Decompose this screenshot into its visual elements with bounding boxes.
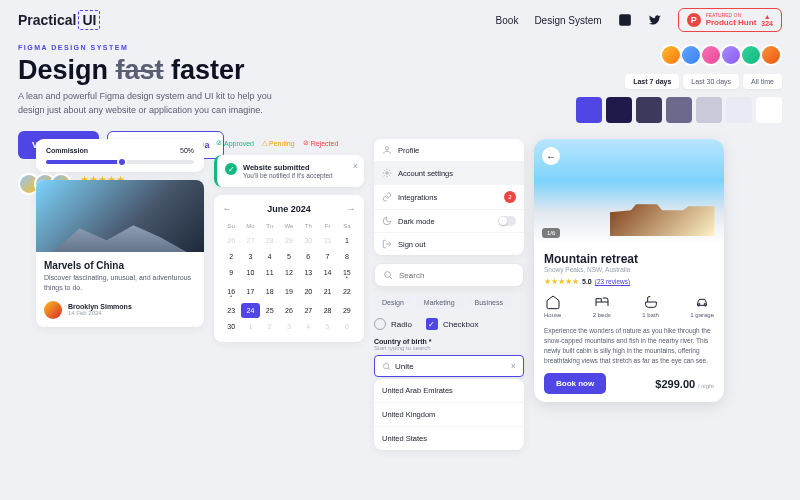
svg-point-5 [384,363,389,368]
reviews-link[interactable]: (23 reviews) [595,278,630,285]
cal-day[interactable]: 10 [241,265,259,283]
cal-day[interactable]: 20 [299,284,317,302]
listing-location: Snowy Peaks, NSW, Australia [544,266,714,273]
cal-day[interactable]: 12 [280,265,298,283]
amenity-bath: 1 bath [642,294,659,318]
tag-design[interactable]: Design [374,295,412,310]
page-title: Design fast faster [18,55,328,86]
country-dropdown: United Arab Emirates United Kingdom Unit… [374,379,524,450]
checkbox[interactable]: ✓ [426,318,438,330]
cal-prev[interactable]: ← [222,203,232,214]
cal-day[interactable]: 8 [338,249,356,264]
country-hint: Start typing to search [374,345,524,351]
toggle[interactable] [498,216,516,226]
menu-profile[interactable]: Profile [374,139,524,162]
swatch[interactable] [576,97,602,123]
tag-marketing[interactable]: Marketing [416,295,463,310]
svg-rect-0 [619,14,631,26]
link-icon [382,192,392,202]
close-icon[interactable]: × [353,161,358,171]
cal-day[interactable]: 1 [338,233,356,248]
tab-alltime[interactable]: All time [743,74,782,89]
amenity-bed: 2 beds [593,294,611,318]
menu-dark[interactable]: Dark mode [374,210,524,233]
avatar-row [346,44,782,66]
cal-day[interactable]: 14 [318,265,336,283]
star-icon: ★★★★★ [544,277,579,286]
image-counter: 1/6 [542,228,560,238]
cal-day[interactable]: 27 [299,303,317,318]
cal-day[interactable]: 17 [241,284,259,302]
mobile-card: ← 1/6 Mountain retreat Snowy Peaks, NSW,… [534,139,724,402]
cal-day[interactable]: 23 [222,303,240,318]
cal-day[interactable]: 26 [280,303,298,318]
option-uae[interactable]: United Arab Emirates [374,379,524,403]
book-button[interactable]: Book now [544,373,606,394]
cal-day[interactable]: 3 [241,249,259,264]
cal-day[interactable]: 25 [261,303,279,318]
cal-day[interactable]: 29 [338,303,356,318]
linkedin-icon[interactable] [618,13,632,27]
slider-card: Commission50% [36,139,204,172]
radio[interactable] [374,318,386,330]
cal-day[interactable]: 24 [241,303,259,318]
cal-day[interactable]: 7 [318,249,336,264]
user-icon [382,145,392,155]
car-icon [694,294,710,310]
cal-day[interactable]: 9 [222,265,240,283]
listing-title: Mountain retreat [544,252,714,266]
menu-account[interactable]: Account settings [374,162,524,185]
swatch[interactable] [696,97,722,123]
menu-integrations[interactable]: Integrations2 [374,185,524,210]
cal-day[interactable]: 28 [318,303,336,318]
tab-7days[interactable]: Last 7 days [625,74,679,89]
media-image [36,180,204,252]
swatch[interactable] [636,97,662,123]
swatch[interactable] [756,97,782,123]
logo[interactable]: PracticalUI [18,12,100,28]
swatch[interactable] [666,97,692,123]
price: $299.00 [655,378,695,390]
settings-menu: Profile Account settings Integrations2 D… [374,139,524,255]
cal-day[interactable]: 4 [261,249,279,264]
search-field[interactable] [374,263,524,287]
cal-day[interactable]: 18 [261,284,279,302]
twitter-icon[interactable] [648,13,662,27]
cal-day[interactable]: 22 [338,284,356,302]
country-input[interactable]: Unite × [374,355,524,377]
cal-day[interactable]: 21 [318,284,336,302]
signout-icon [382,239,392,249]
listing-desc: Experience the wonders of nature as you … [544,326,714,365]
nav-book[interactable]: Book [496,15,519,26]
search-icon [383,270,393,280]
menu-signout[interactable]: Sign out [374,233,524,255]
tag-business[interactable]: Business [467,295,511,310]
author-name: Brooklyn Simmons [68,303,132,310]
cal-day[interactable]: 30 [222,319,240,334]
option-us[interactable]: United States [374,427,524,450]
cal-day[interactable]: 5 [280,249,298,264]
cal-day[interactable]: 11 [261,265,279,283]
search-icon [382,362,391,371]
cal-day[interactable]: 16 [222,284,240,302]
cal-day[interactable]: 13 [299,265,317,283]
cal-next[interactable]: → [346,203,356,214]
commission-slider[interactable] [46,160,194,164]
cal-day[interactable]: 6 [299,249,317,264]
media-card[interactable]: Marvels of China Discover fascinating, u… [36,180,204,327]
swatch[interactable] [606,97,632,123]
cal-day[interactable]: 15 [338,265,356,283]
search-input[interactable] [399,271,515,280]
cal-day[interactable]: 19 [280,284,298,302]
cal-day[interactable]: 2 [222,249,240,264]
swatch[interactable] [726,97,752,123]
back-button[interactable]: ← [542,147,560,165]
avatar [44,301,62,319]
country-label: Country of birth * [374,338,524,345]
nav-design-system[interactable]: Design System [534,15,601,26]
hero-image: ← 1/6 [534,139,724,244]
clear-icon[interactable]: × [511,361,516,371]
tab-30days[interactable]: Last 30 days [683,74,739,89]
option-uk[interactable]: United Kingdom [374,403,524,427]
product-hunt-badge[interactable]: P Featured onProduct Hunt ▲324 [678,8,782,32]
